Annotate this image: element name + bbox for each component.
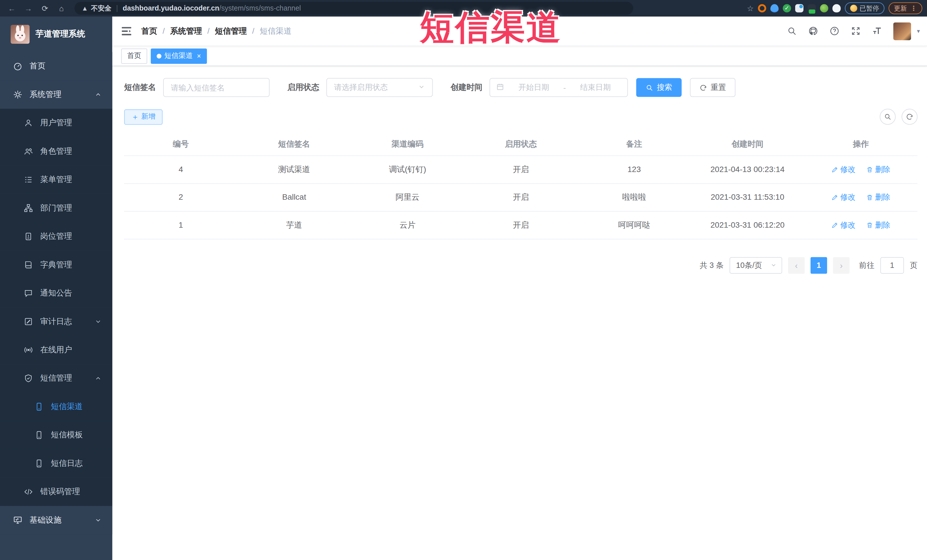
delete-link[interactable]: 删除 [866,192,891,202]
status-filter-label: 启用状态 [287,82,319,93]
bookmark-star-icon[interactable]: ☆ [747,4,754,12]
github-icon[interactable] [808,26,819,36]
breadcrumb-home[interactable]: 首页 [141,26,157,36]
prev-page-button[interactable]: ‹ [788,257,805,273]
page-unit-label: 页 [910,260,918,270]
not-secure-warning-icon: ▲ [82,5,88,12]
audit-log-icon [24,317,33,326]
col-actions: 操作 [804,133,918,155]
help-icon[interactable] [830,26,840,36]
chevron-up-icon [95,91,102,98]
extension-icon[interactable] [820,4,828,12]
font-size-icon[interactable] [872,26,883,36]
date-end-placeholder: 结束日期 [570,82,622,93]
app-title: 芋道管理系统 [35,29,85,39]
phone-icon [34,430,44,440]
sidebar-item-dept-mgmt[interactable]: 部门管理 [0,194,112,222]
time-filter-label: 创建时间 [450,82,482,93]
reset-button[interactable]: 重置 [690,78,736,97]
sidebar-item-sms-template[interactable]: 短信模板 [0,421,112,449]
avatar-caret-down-icon[interactable]: ▾ [917,28,920,34]
announcement-bubble-icon [24,288,33,298]
sign-input[interactable] [171,83,262,92]
browser-reload-icon[interactable]: ⟳ [40,4,50,12]
tab-sms-channel[interactable]: 短信渠道 × [150,48,207,64]
extension-icon[interactable] [795,4,804,12]
extension-icon[interactable] [770,4,779,12]
delete-link[interactable]: 删除 [866,164,891,175]
toggle-search-button[interactable] [880,109,896,124]
header-search-icon[interactable] [787,26,798,36]
sidebar-item-role-mgmt[interactable]: 角色管理 [0,137,112,165]
sidebar-collapse-icon[interactable] [121,26,132,36]
browser-home-icon[interactable]: ⌂ [57,4,66,12]
tab-home[interactable]: 首页 [121,48,147,64]
extension-icon[interactable] [807,4,816,12]
code-icon [24,487,33,496]
breadcrumb-system[interactable]: 系统管理 [170,26,202,36]
address-separator: | [116,4,118,12]
sidebar-item-sms-log[interactable]: 短信日志 [0,449,112,478]
current-page-button[interactable]: 1 [811,257,827,273]
sidebar-item-system-mgmt[interactable]: 系统管理 [0,80,112,109]
sidebar-item-post-mgmt[interactable]: 岗位管理 [0,222,112,250]
sidebar-item-user-mgmt[interactable]: 用户管理 [0,109,112,137]
col-sign: 短信签名 [237,133,351,155]
sidebar-logo[interactable]: 芋道管理系统 [0,17,112,52]
search-icon [646,83,653,91]
status-select[interactable]: 请选择启用状态 [327,78,433,97]
url-domain: dashboard.yudao.iocoder.cn [123,4,219,12]
edit-link[interactable]: 修改 [831,164,856,175]
browser-menu-icon[interactable]: ⋮ [910,5,917,12]
browser-back-icon[interactable]: ← [7,4,17,12]
date-range-picker[interactable]: 开始日期 - 结束日期 [489,78,628,97]
dictionary-book-icon [24,260,33,270]
page-size-select[interactable]: 10条/页 [729,257,782,273]
phone-icon [34,459,44,468]
users-icon [24,147,33,156]
chevron-down-icon [95,318,102,325]
sidebar-item-online-users[interactable]: 在线用户 [0,336,112,364]
sidebar: 芋道管理系统 首页 系统管理 用户管理 角色管理 菜单管理 [0,17,112,560]
edit-link[interactable]: 修改 [831,220,856,230]
menu-list-icon [24,175,33,184]
profile-paused-chip[interactable]: 已暂停 [845,2,884,14]
sidebar-item-sms-mgmt[interactable]: 短信管理 [0,364,112,392]
fullscreen-icon[interactable] [851,26,862,36]
edit-link[interactable]: 修改 [831,192,856,202]
breadcrumb: 首页 / 系统管理 / 短信管理 / 短信渠道 [141,26,292,36]
sidebar-item-sms-channel[interactable]: 短信渠道 [0,393,112,421]
phone-icon [34,402,44,411]
sidebar-item-audit-log[interactable]: 审计日志 [0,307,112,335]
sidebar-item-notice[interactable]: 通知公告 [0,279,112,307]
tab-close-icon[interactable]: × [197,52,201,60]
sidebar-item-home[interactable]: 首页 [0,52,112,80]
extension-icon[interactable] [758,4,766,12]
monitor-icon [13,516,23,525]
browser-forward-icon[interactable]: → [24,4,33,12]
sidebar-item-error-code-mgmt[interactable]: 错误码管理 [0,478,112,506]
org-tree-icon [24,203,33,213]
not-secure-label[interactable]: 不安全 [91,4,111,12]
trash-icon [866,194,873,201]
page-content: 短信签名 启用状态 请选择启用状态 创建时间 开始日期 [112,66,927,273]
col-code: 渠道编码 [351,133,464,155]
total-count-label: 共 3 条 [700,260,723,270]
paused-label: 已暂停 [860,4,879,12]
delete-link[interactable]: 删除 [866,220,891,230]
extension-icon[interactable] [833,4,841,12]
goto-page-input[interactable] [880,257,904,273]
refresh-icon [699,83,707,91]
add-button[interactable]: ＋ 新增 [124,109,163,124]
user-avatar[interactable] [894,22,911,40]
extension-icon[interactable]: ✓ [783,4,791,12]
sidebar-item-menu-mgmt[interactable]: 菜单管理 [0,165,112,194]
refresh-icon [906,113,913,121]
search-button[interactable]: 搜索 [636,78,682,97]
sidebar-item-dict-mgmt[interactable]: 字典管理 [0,251,112,279]
browser-update-button[interactable]: 更新 ⋮ [889,2,922,14]
next-page-button[interactable]: › [833,257,849,273]
refresh-table-button[interactable] [902,109,918,124]
breadcrumb-sms[interactable]: 短信管理 [215,26,247,36]
sidebar-item-infrastructure[interactable]: 基础设施 [0,506,112,534]
